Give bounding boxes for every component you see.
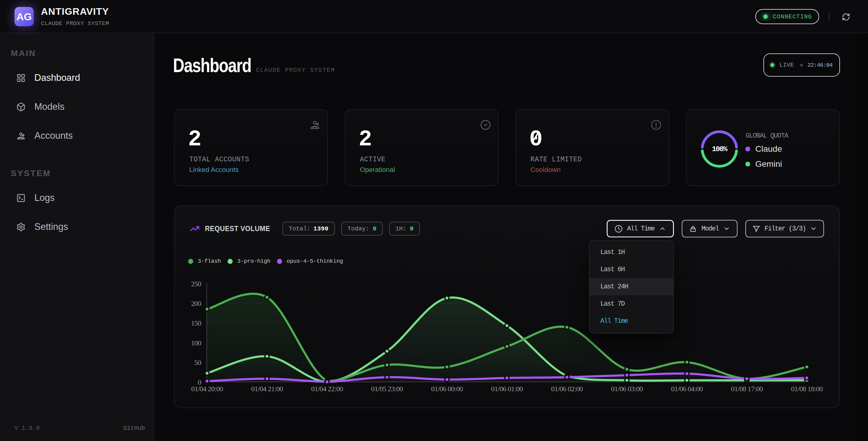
svg-text:01/04 21:00: 01/04 21:00 <box>251 385 283 393</box>
svg-text:01/08 17:00: 01/08 17:00 <box>731 385 763 393</box>
svg-text:01/06 00:00: 01/06 00:00 <box>431 385 463 393</box>
svg-text:50: 50 <box>194 359 201 366</box>
svg-text:01/05 23:00: 01/05 23:00 <box>371 385 403 393</box>
svg-text:100: 100 <box>191 339 201 347</box>
svg-text:01/06 03:00: 01/06 03:00 <box>611 385 643 393</box>
svg-text:200: 200 <box>191 299 201 307</box>
svg-text:01/06 01:00: 01/06 01:00 <box>491 385 523 393</box>
svg-text:250: 250 <box>191 280 201 288</box>
svg-text:150: 150 <box>191 319 201 327</box>
svg-text:01/04 22:00: 01/04 22:00 <box>311 385 343 393</box>
svg-text:01/08 18:00: 01/08 18:00 <box>791 385 823 393</box>
svg-text:01/06 02:00: 01/06 02:00 <box>551 385 583 393</box>
svg-text:01/06 04:00: 01/06 04:00 <box>671 385 703 393</box>
svg-text:01/04 20:00: 01/04 20:00 <box>191 385 223 393</box>
